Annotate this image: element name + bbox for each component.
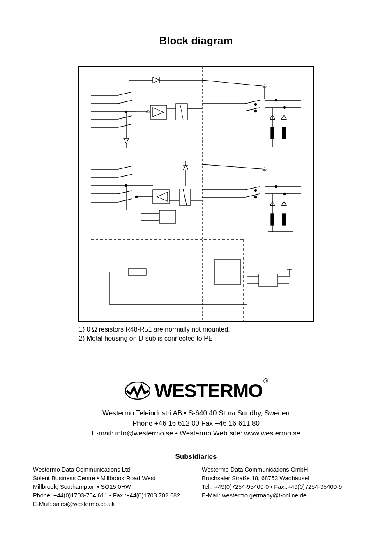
sub-uk-email: E-Mail: sales@westermo.co.uk bbox=[33, 500, 190, 509]
page-title: Block diagram bbox=[33, 35, 359, 47]
sub-uk-name: Westermo Data Communications Ltd bbox=[33, 465, 190, 474]
logo-text: Westermo® bbox=[154, 380, 267, 402]
svg-line-72 bbox=[183, 189, 187, 205]
sub-uk-addr2: Millbrook, Southampton • SO15 0HW bbox=[33, 483, 190, 491]
subsidiary-uk: Westermo Data Communications Ltd Solent … bbox=[33, 465, 190, 509]
block-diagram bbox=[78, 66, 314, 322]
svg-line-10 bbox=[118, 100, 132, 104]
hq-contact: Westermo Teleindustri AB • S-640 40 Stor… bbox=[33, 408, 359, 439]
subsidiary-de: Westermo Data Communications GmbH Bruchs… bbox=[190, 465, 359, 509]
svg-line-32 bbox=[245, 108, 260, 111]
svg-rect-43 bbox=[271, 127, 274, 139]
svg-line-4 bbox=[202, 80, 265, 86]
svg-line-15 bbox=[118, 116, 132, 119]
svg-line-65 bbox=[118, 191, 132, 194]
sub-de-email: E-Mail: westermo.germany@t-online.de bbox=[202, 491, 359, 500]
svg-line-80 bbox=[245, 187, 260, 190]
svg-rect-103 bbox=[214, 260, 241, 284]
svg-rect-93 bbox=[282, 214, 286, 225]
svg-line-31 bbox=[245, 100, 260, 104]
svg-point-35 bbox=[255, 104, 257, 106]
note-2: 2) Metal housing on D-sub is connected t… bbox=[79, 334, 313, 343]
brand-logo: Westermo® bbox=[33, 380, 359, 402]
svg-line-67 bbox=[118, 199, 132, 202]
svg-rect-77 bbox=[159, 210, 176, 223]
subsidiaries: Westermo Data Communications Ltd Solent … bbox=[33, 465, 359, 509]
subsidiaries-heading: Subsidiaries bbox=[33, 453, 359, 461]
svg-point-37 bbox=[275, 99, 277, 101]
hq-line1: Westermo Teleindustri AB • S-640 40 Stor… bbox=[33, 408, 359, 419]
svg-rect-44 bbox=[282, 127, 286, 139]
svg-point-86 bbox=[275, 186, 277, 188]
svg-line-51 bbox=[118, 166, 132, 169]
svg-point-63 bbox=[136, 196, 138, 198]
hq-line3: E-mail: info@westermo.se • Westermo Web … bbox=[33, 428, 359, 439]
svg-point-38 bbox=[284, 107, 286, 109]
diagram-notes: 1) 0 Ω resistors R48-R51 are normally no… bbox=[79, 325, 313, 343]
sub-de-phone: Tel.: +49(0)7254-95400-0 • Fax.:+49(0)72… bbox=[202, 483, 359, 491]
svg-point-84 bbox=[255, 190, 257, 192]
hq-line2: Phone +46 16 612 00 Fax +46 16 611 80 bbox=[33, 419, 359, 429]
svg-line-26 bbox=[180, 104, 183, 120]
svg-point-85 bbox=[255, 196, 257, 198]
logo-icon bbox=[125, 382, 150, 400]
svg-line-17 bbox=[118, 124, 132, 127]
svg-line-8 bbox=[118, 92, 132, 95]
divider bbox=[33, 462, 359, 462]
sub-uk-addr1: Solent Business Centre • Millbrook Road … bbox=[33, 474, 190, 483]
svg-rect-104 bbox=[259, 274, 278, 286]
svg-point-36 bbox=[255, 110, 257, 112]
svg-line-81 bbox=[245, 194, 260, 197]
svg-line-59 bbox=[202, 164, 265, 169]
svg-line-53 bbox=[118, 174, 132, 177]
svg-point-87 bbox=[284, 193, 286, 195]
sub-de-name: Westermo Data Communications GmbH bbox=[202, 465, 359, 474]
note-1: 1) 0 Ω resistors R48-R51 are normally no… bbox=[79, 325, 313, 334]
svg-rect-92 bbox=[271, 214, 274, 225]
sub-uk-phone: Phone: +44(0)1703-704 611 • Fax.:+44(0)1… bbox=[33, 491, 190, 500]
svg-rect-102 bbox=[128, 269, 146, 275]
sub-de-addr1: Bruchsaler Straße 18, 68753 Waghäusel bbox=[202, 474, 359, 483]
